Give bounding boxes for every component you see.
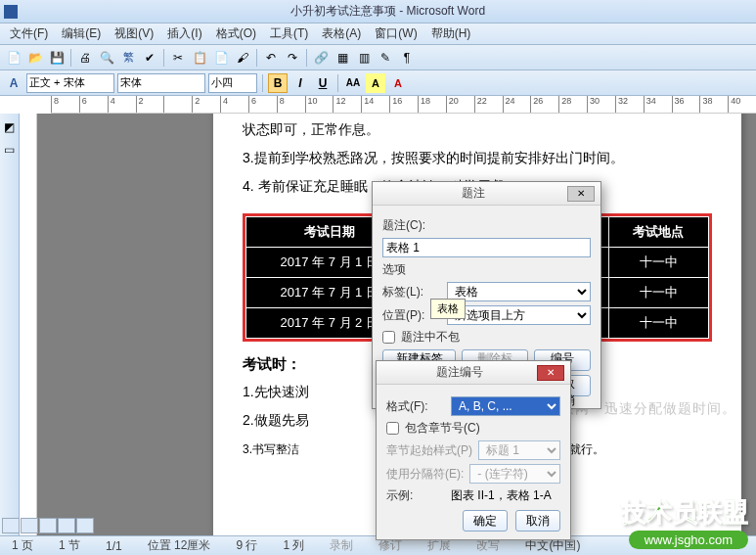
web-view-icon[interactable] (21, 518, 38, 533)
char-border-icon[interactable]: AA (343, 73, 363, 93)
menu-window[interactable]: 窗口(W) (369, 23, 422, 44)
left-toolbox: ◩ ▭ (0, 114, 20, 535)
style-a-icon[interactable]: A (4, 73, 23, 93)
font-color-icon[interactable]: A (388, 73, 408, 93)
size-combo[interactable] (208, 73, 257, 93)
status-col: 1 列 (277, 537, 310, 554)
watermark: 技术员联盟 www.jsgho.com (621, 495, 748, 549)
title-bar: 小升初考试注意事项 - Microsoft Word (0, 0, 756, 23)
menu-format[interactable]: 格式(O) (210, 23, 262, 44)
columns-icon[interactable]: ▥ (354, 48, 374, 68)
separator (256, 49, 257, 67)
dialog-titlebar[interactable]: 题注 ✕ (373, 182, 600, 206)
style-combo[interactable] (26, 73, 114, 93)
status-page: 1 页 (6, 537, 39, 554)
formatting-toolbar: A B I U AA A A (0, 70, 756, 96)
dialog-title: 题注 (378, 185, 567, 202)
bold-button[interactable]: B (268, 73, 288, 93)
close-icon[interactable]: ✕ (567, 186, 595, 202)
exclude-checkbox[interactable] (382, 331, 395, 344)
close-icon[interactable]: ✕ (537, 365, 564, 381)
watermark-text: 技术员联盟 (621, 495, 748, 530)
separator (306, 49, 307, 67)
copy-icon[interactable]: 📋 (190, 48, 209, 68)
menu-help[interactable]: 帮助(H) (425, 23, 477, 44)
table-header: 考试地点 (608, 216, 709, 247)
separator (262, 74, 263, 92)
watermark-url: www.jsgho.com (629, 531, 748, 549)
dialog-title: 题注编号 (382, 364, 537, 381)
redo-icon[interactable]: ↷ (283, 48, 302, 68)
open-icon[interactable]: 📂 (25, 48, 45, 68)
status-section: 1 节 (53, 537, 86, 554)
italic-button[interactable]: I (290, 73, 310, 93)
cut-icon[interactable]: ✂ (168, 48, 188, 68)
status-position: 位置 12厘米 (142, 537, 217, 554)
table-icon[interactable]: ▦ (333, 48, 352, 68)
label: 标签(L): (382, 284, 441, 301)
status-line: 9 行 (230, 537, 263, 554)
reading-view-icon[interactable] (76, 518, 94, 533)
menu-bar: 文件(F) 编辑(E) 视图(V) 插入(I) 格式(O) 工具(T) 表格(A… (0, 23, 756, 45)
outline-view-icon[interactable] (58, 518, 75, 533)
menu-insert[interactable]: 插入(I) (161, 23, 207, 44)
label: 题注中不包 (401, 329, 460, 346)
new-doc-icon[interactable]: 📄 (4, 48, 23, 68)
print-view-icon[interactable] (39, 518, 57, 533)
menu-table[interactable]: 表格(A) (316, 23, 367, 44)
para-icon[interactable]: ¶ (397, 48, 417, 68)
separator (70, 49, 71, 67)
underline-button[interactable]: U (313, 73, 333, 93)
app-icon (4, 5, 18, 19)
format-painter-icon[interactable]: 🖌 (233, 48, 252, 68)
example-text: 图表 II-1，表格 1-A (451, 487, 552, 504)
numbering-dialog: 题注编号 ✕ 格式(F): A, B, C, ... 包含章节号(C) 章节起始… (376, 360, 571, 540)
ok-button[interactable]: 确定 (463, 510, 508, 532)
separator-select: - (连字符) (469, 464, 560, 484)
menu-file[interactable]: 文件(F) (4, 23, 54, 44)
view-mode-icons (2, 518, 94, 533)
format-select[interactable]: A, B, C, ... (451, 396, 560, 416)
standard-toolbar: 📄 📂 💾 🖨 🔍 繁 ✔ ✂ 📋 📄 🖌 ↶ ↷ 🔗 ▦ ▥ ✎ ¶ (0, 45, 756, 70)
label: 使用分隔符(E): (386, 466, 464, 483)
body-text: 状态即可，正常作息。 (243, 117, 712, 142)
menu-tools[interactable]: 工具(T) (264, 23, 314, 44)
caption-input[interactable] (382, 238, 591, 257)
dialog-titlebar[interactable]: 题注编号 ✕ (377, 361, 570, 385)
tool-icon[interactable]: ◩ (0, 117, 20, 137)
cancel-button[interactable]: 取消 (515, 510, 560, 532)
tool-icon[interactable]: ▭ (0, 140, 20, 160)
label: 格式(F): (386, 398, 445, 415)
preview-icon[interactable]: 🔍 (97, 48, 116, 68)
font-combo[interactable] (117, 73, 205, 93)
print-icon[interactable]: 🖨 (75, 48, 95, 68)
normal-view-icon[interactable] (2, 518, 20, 533)
spellcheck-icon[interactable]: ✔ (140, 48, 159, 68)
trad-icon[interactable]: 繁 (118, 48, 138, 68)
label: 示例: (386, 487, 445, 504)
undo-icon[interactable]: ↶ (261, 48, 281, 68)
status-rec: 录制 (324, 537, 359, 554)
menu-edit[interactable]: 编辑(E) (56, 23, 107, 44)
drawing-icon[interactable]: ✎ (376, 48, 395, 68)
position-select[interactable]: 所选项目上方 (447, 305, 591, 325)
separator (163, 49, 164, 67)
tooltip: 表格 (430, 299, 466, 319)
ghost-text: 迅速分配做题时间。 (604, 400, 736, 418)
char-shading-icon[interactable]: A (366, 73, 385, 93)
save-icon[interactable]: 💾 (47, 48, 67, 68)
paste-icon[interactable]: 📄 (211, 48, 231, 68)
tag-select[interactable]: 表格 (447, 282, 591, 301)
menu-view[interactable]: 视图(V) (109, 23, 159, 44)
chapter-style-select: 标题 1 (478, 440, 560, 460)
label: 包含章节号(C) (405, 420, 480, 437)
vertical-ruler[interactable] (20, 114, 37, 535)
status-pages: 1/1 (100, 539, 128, 553)
chapter-checkbox[interactable] (386, 422, 399, 435)
label: 题注(C): (382, 217, 591, 234)
separator (337, 74, 338, 92)
label: 章节起始样式(P) (386, 442, 472, 459)
window-title: 小升初考试注意事项 - Microsoft Word (23, 3, 752, 20)
horizontal-ruler[interactable]: 8642246810121416182022242628303234363840 (51, 96, 756, 114)
hyperlink-icon[interactable]: 🔗 (311, 48, 331, 68)
